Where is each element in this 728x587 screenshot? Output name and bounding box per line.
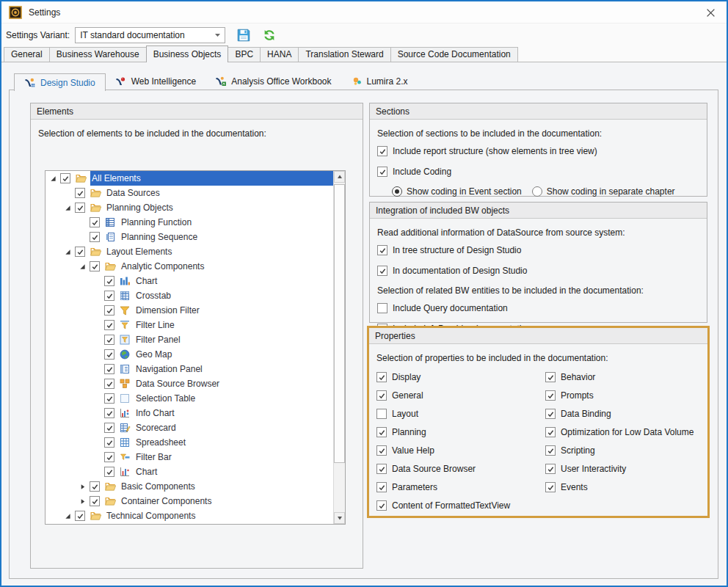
tree-row[interactable]: Data Sources (46, 186, 333, 200)
checkbox-row[interactable]: Parameters (376, 482, 545, 492)
checkbox-row[interactable]: Scripting (545, 445, 707, 456)
expander-open-icon[interactable] (63, 247, 73, 257)
checkbox[interactable] (545, 445, 556, 456)
tree-row[interactable]: Chart (46, 274, 333, 288)
scroll-up-icon[interactable] (334, 171, 345, 183)
expander-open-icon[interactable] (48, 174, 58, 183)
expander-closed-icon[interactable] (78, 497, 87, 506)
checkbox[interactable] (377, 245, 387, 255)
checkbox[interactable] (90, 496, 100, 506)
checkbox[interactable] (104, 408, 114, 418)
checkbox-row[interactable]: Content of FormattedTextView (376, 500, 545, 511)
tab-bpc[interactable]: BPC (228, 47, 261, 62)
tree-row[interactable]: Filter Bar (46, 450, 333, 464)
checkbox[interactable] (104, 379, 114, 389)
checkbox[interactable] (104, 467, 114, 477)
checkbox[interactable] (75, 511, 85, 521)
tree-scrollbar[interactable] (333, 171, 345, 524)
checkbox[interactable] (60, 173, 70, 183)
tree-row[interactable]: Geo Map (46, 347, 333, 362)
checkbox[interactable] (75, 203, 85, 213)
settings-variant-select[interactable]: IT standard documentation (75, 27, 225, 43)
tree-row[interactable]: Basic Components (46, 479, 333, 494)
checkbox[interactable] (104, 291, 114, 301)
subtab-web-intelligence[interactable]: Web Intelligence (106, 73, 206, 90)
checkbox-row[interactable]: Data Source Browser (376, 464, 545, 474)
refresh-button[interactable] (262, 28, 277, 43)
expander-open-icon[interactable] (63, 511, 73, 521)
tree-row[interactable]: All Elements (46, 171, 333, 186)
tree-row[interactable]: Analytic Components (46, 259, 333, 274)
checkbox-row[interactable]: Display (376, 372, 545, 382)
checkbox-row[interactable]: In tree structure of Design Studio (377, 245, 707, 255)
radio-button[interactable] (392, 186, 402, 197)
checkbox[interactable] (376, 427, 387, 437)
checkbox-row[interactable]: Layout (376, 409, 545, 419)
tree-row[interactable]: Dimension Filter (46, 303, 333, 318)
radio-button[interactable] (532, 186, 542, 197)
checkbox[interactable] (75, 188, 85, 198)
checkbox[interactable] (376, 464, 387, 474)
checkbox[interactable] (376, 372, 387, 382)
checkbox[interactable] (104, 320, 114, 330)
checkbox[interactable] (104, 393, 114, 404)
checkbox[interactable] (90, 481, 100, 492)
tree-row[interactable]: Filter Panel (46, 332, 333, 347)
checkbox[interactable] (75, 247, 85, 257)
checkbox-row[interactable]: Planning (376, 427, 545, 437)
subtab-design-studio[interactable]: Design Studio (14, 73, 106, 91)
checkbox[interactable] (90, 232, 100, 242)
checkbox[interactable] (104, 276, 114, 286)
tree-row[interactable]: Info Chart (46, 406, 333, 420)
tab-business-warehouse[interactable]: Business Warehouse (49, 47, 147, 62)
checkbox[interactable] (545, 372, 556, 382)
checkbox[interactable] (376, 445, 387, 456)
checkbox[interactable] (104, 423, 114, 433)
tab-source-code-documentation[interactable]: Source Code Documentation (390, 47, 518, 62)
checkbox[interactable] (377, 167, 387, 177)
checkbox[interactable] (545, 409, 556, 419)
checkbox[interactable] (104, 349, 114, 360)
scrollbar-thumb[interactable] (334, 184, 345, 463)
tree-row[interactable]: Planning Sequence (46, 230, 333, 244)
tree-row[interactable]: Scorecard (46, 420, 333, 435)
subtab-analysis-office-workbook[interactable]: Analysis Office Workbook (205, 73, 341, 90)
checkbox-row[interactable]: Data Binding (545, 409, 707, 419)
checkbox[interactable] (90, 217, 100, 227)
tab-hana[interactable]: HANA (260, 47, 299, 62)
checkbox-row[interactable]: Include Coding (377, 167, 707, 177)
checkbox[interactable] (545, 482, 556, 492)
tree-row[interactable]: Chart (46, 464, 333, 479)
checkbox-row[interactable]: Include Query documentation (377, 303, 707, 313)
checkbox[interactable] (90, 261, 100, 271)
checkbox-row[interactable]: Prompts (545, 390, 707, 401)
tree-row[interactable]: Filter Line (46, 318, 333, 332)
close-button[interactable] (694, 1, 727, 23)
tree-row[interactable]: Technical Components (46, 508, 333, 523)
checkbox-row[interactable]: In documentation of Design Studio (377, 266, 707, 276)
radio-option[interactable]: Show coding in separate chapter (532, 186, 675, 197)
expander-closed-icon[interactable] (78, 482, 87, 492)
checkbox-row[interactable]: Behavior (545, 372, 707, 382)
tree-row[interactable]: Data Source Browser (46, 376, 333, 391)
checkbox[interactable] (545, 390, 556, 401)
checkbox[interactable] (376, 409, 387, 419)
checkbox[interactable] (545, 427, 556, 437)
tree-row[interactable]: Spreadsheet (46, 435, 333, 450)
tree-row[interactable]: Crosstab (46, 288, 333, 303)
checkbox-row[interactable]: User Interactivity (545, 464, 707, 474)
scroll-down-icon[interactable] (334, 512, 345, 524)
checkbox[interactable] (104, 452, 114, 462)
save-button[interactable] (236, 28, 251, 43)
tree-row[interactable]: Navigation Panel (46, 362, 333, 376)
checkbox-row[interactable]: Value Help (376, 445, 545, 456)
tab-general[interactable]: General (4, 47, 50, 62)
checkbox-row[interactable]: Include report structure (show elements … (377, 146, 707, 156)
checkbox[interactable] (377, 303, 387, 313)
expander-open-icon[interactable] (63, 203, 73, 213)
checkbox[interactable] (376, 482, 387, 492)
checkbox[interactable] (104, 305, 114, 316)
checkbox-row[interactable]: General (376, 390, 545, 401)
radio-option[interactable]: Show coding in Event section (392, 186, 522, 197)
checkbox[interactable] (104, 437, 114, 448)
